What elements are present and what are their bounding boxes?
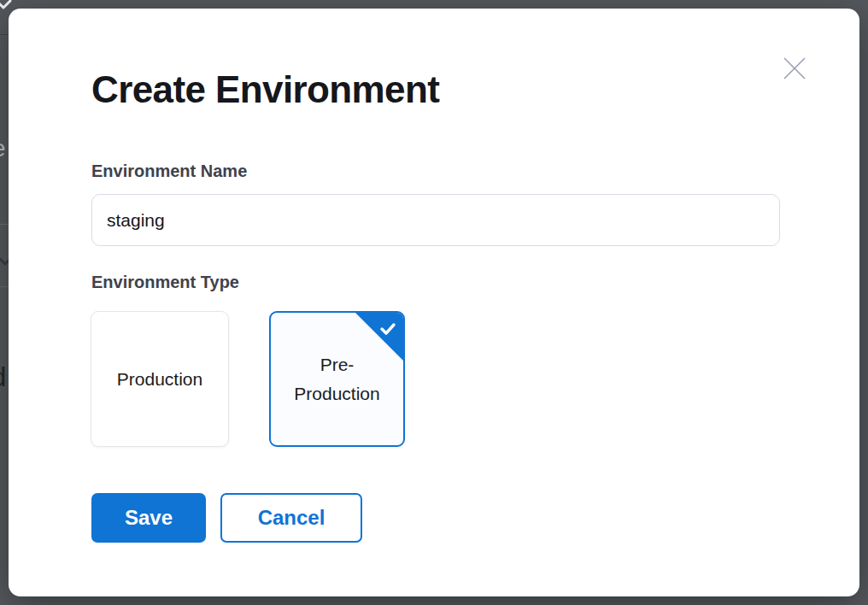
option-label: Production — [117, 365, 202, 394]
backdrop-text-fragment-bottom: d — [0, 362, 6, 393]
save-button[interactable]: Save — [91, 493, 206, 543]
environment-type-label: Environment Type — [91, 273, 239, 292]
backdrop-chevron-top-icon — [0, 0, 12, 13]
environment-type-option-pre-production[interactable]: Pre-Production — [269, 311, 405, 447]
environment-name-input[interactable] — [91, 194, 780, 246]
backdrop-divider-1 — [0, 34, 9, 35]
environment-type-option-production[interactable]: Production — [91, 311, 229, 447]
close-button[interactable] — [776, 50, 813, 87]
option-label: Pre-Production — [285, 350, 390, 408]
dialog-title: Create Environment — [91, 68, 439, 111]
backdrop-text-fragment-top: e — [0, 135, 6, 162]
close-icon — [782, 56, 807, 81]
environment-name-label: Environment Name — [91, 162, 247, 181]
cancel-button[interactable]: Cancel — [220, 493, 362, 543]
check-icon — [378, 320, 397, 338]
create-environment-dialog: Create Environment Environment Name Envi… — [9, 9, 859, 596]
